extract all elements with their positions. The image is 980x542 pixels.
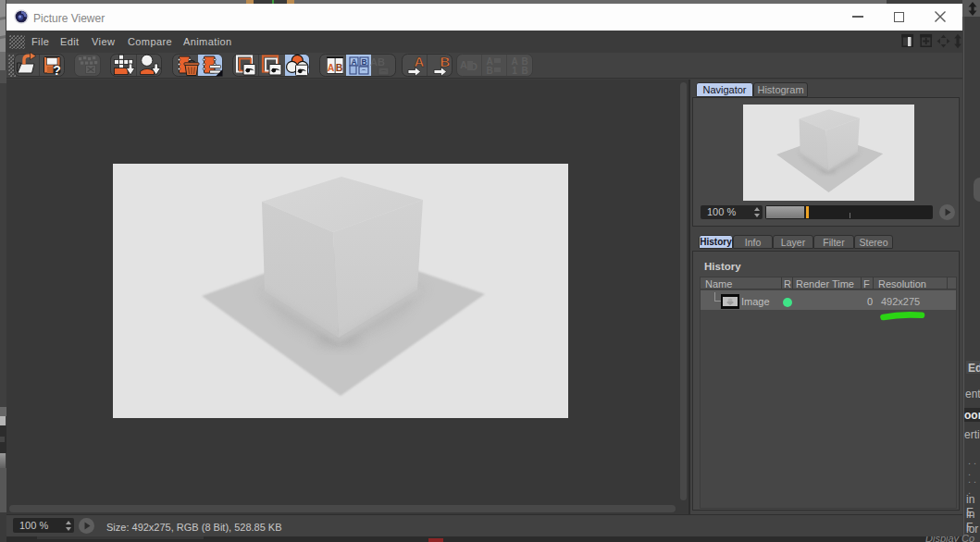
svg-text:1: 1	[512, 66, 517, 76]
svg-text:A: A	[328, 62, 335, 73]
svg-text:A: A	[415, 54, 425, 69]
svg-text:B: B	[361, 57, 366, 67]
svg-text:B: B	[521, 66, 527, 76]
svg-text:?: ?	[53, 63, 61, 78]
svg-text:A: A	[460, 59, 467, 70]
svg-text:AB: AB	[370, 56, 385, 68]
svg-text:B: B	[486, 66, 492, 76]
svg-text:B: B	[440, 54, 451, 69]
svg-text:A: A	[351, 57, 356, 67]
svg-text:B: B	[336, 62, 343, 73]
